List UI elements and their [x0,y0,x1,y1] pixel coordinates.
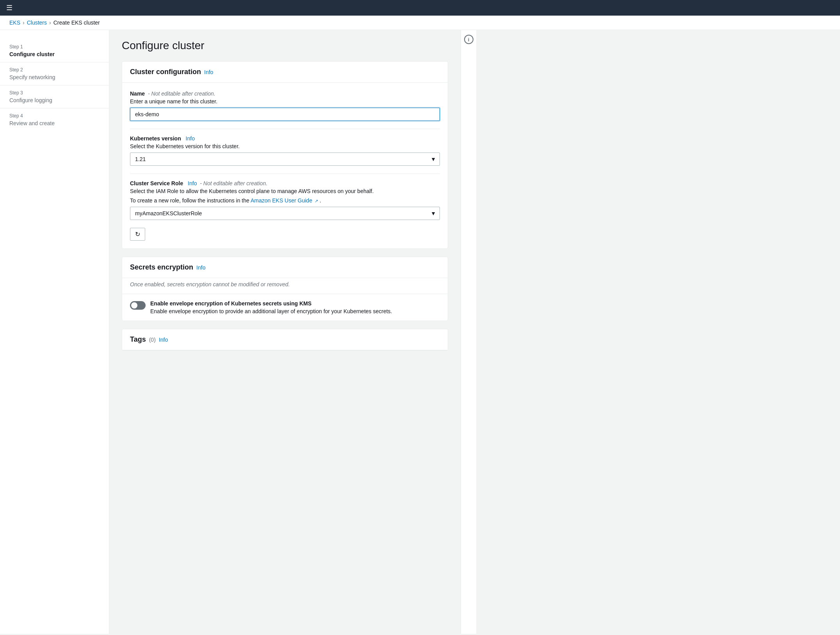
step-1-label: Step 1 [9,44,100,50]
toggle-slider [130,301,146,310]
page-title: Configure cluster [122,39,448,52]
sidebar-step-1[interactable]: Step 1 Configure cluster [0,39,109,62]
k8s-version-select[interactable]: 1.21 1.20 1.19 1.18 [130,153,440,166]
tags-count: (0) [149,337,156,343]
step-3-name: Configure logging [9,97,100,103]
k8s-version-label: Kubernetes version [130,135,181,142]
service-role-label-row: Cluster Service Role Info - Not editable… [130,180,440,186]
service-role-user-guide-link[interactable]: Amazon EKS User Guide ↗ [251,197,320,204]
breadcrumb-clusters-link[interactable]: Clusters [27,20,47,26]
toggle-content: Enable envelope encryption of Kubernetes… [150,300,392,314]
sidebar-step-2[interactable]: Step 2 Specify networking [0,62,109,85]
service-role-desc2-row: To create a new role, follow the instruc… [130,197,440,204]
service-role-select-wrapper: myAmazonEKSClusterRole ▼ [130,207,440,220]
secrets-encryption-title: Secrets encryption [130,263,193,271]
toggle-switch[interactable] [130,301,146,310]
step-4-label: Step 4 [9,113,100,119]
tags-card: Tags (0) Info [122,329,448,351]
cluster-config-title: Cluster configuration [130,68,201,76]
secrets-encryption-card: Secrets encryption Info Once enabled, se… [122,257,448,321]
sidebar: Step 1 Configure cluster Step 2 Specify … [0,30,109,634]
k8s-version-form-group: Kubernetes version Info Select the Kuber… [130,135,440,166]
service-role-note: - Not editable after creation. [200,180,267,186]
tags-header-inner: Tags (0) Info [130,335,168,344]
breadcrumb-eks-link[interactable]: EKS [9,20,20,26]
page-layout: Step 1 Configure cluster Step 2 Specify … [0,30,840,634]
name-note: - Not editable after creation. [148,90,215,97]
name-form-group: Name - Not editable after creation. Ente… [130,90,440,121]
service-role-desc1: Select the IAM Role to allow the Kuberne… [130,188,440,194]
cluster-config-info-link[interactable]: Info [204,69,213,75]
divider-2 [130,174,440,174]
sidebar-step-4[interactable]: Step 4 Review and create [0,108,109,131]
step-1-name: Configure cluster [9,51,100,57]
step-2-label: Step 2 [9,67,100,73]
tags-title: Tags [130,335,146,344]
secrets-encryption-subtitle: Once enabled, secrets encryption cannot … [122,278,448,294]
top-bar: ☰ [0,0,840,16]
step-2-name: Specify networking [9,74,100,80]
refresh-button[interactable]: ↻ [130,228,145,241]
k8s-version-select-wrapper: 1.21 1.20 1.19 1.18 ▼ [130,153,440,166]
service-role-label: Cluster Service Role [130,180,183,186]
sidebar-step-3[interactable]: Step 3 Configure logging [0,85,109,108]
main-content: Configure cluster Cluster configuration … [109,30,461,634]
service-role-select[interactable]: myAmazonEKSClusterRole [130,207,440,220]
cluster-name-input[interactable] [130,108,440,121]
name-label: Name [130,90,145,97]
cluster-config-body: Name - Not editable after creation. Ente… [122,83,448,248]
k8s-version-label-row: Kubernetes version Info [130,135,440,142]
breadcrumb-current: Create EKS cluster [53,20,100,26]
toggle-row: Enable envelope encryption of Kubernetes… [122,294,448,321]
secrets-encryption-info-link[interactable]: Info [196,264,205,271]
breadcrumb: EKS › Clusters › Create EKS cluster [0,16,840,30]
service-role-form-group: Cluster Service Role Info - Not editable… [130,180,440,220]
k8s-version-info-link[interactable]: Info [186,135,195,142]
right-panel: i [461,30,476,634]
step-4-name: Review and create [9,120,100,126]
divider-1 [130,129,440,129]
toggle-title: Enable envelope encryption of Kubernetes… [150,300,392,307]
cluster-config-header: Cluster configuration Info [122,62,448,83]
cluster-config-card: Cluster configuration Info Name - Not ed… [122,61,448,249]
step-3-label: Step 3 [9,90,100,96]
right-panel-info-icon[interactable]: i [464,35,473,44]
name-description: Enter a unique name for this cluster. [130,98,440,105]
tags-header: Tags (0) Info [122,329,448,350]
breadcrumb-sep-1: › [23,20,25,26]
service-role-period: . [320,197,321,204]
service-role-info-link[interactable]: Info [188,180,197,186]
external-link-icon: ↗ [315,199,318,203]
k8s-version-description: Select the Kubernetes version for this c… [130,143,440,149]
hamburger-icon[interactable]: ☰ [6,4,12,12]
refresh-icon: ↻ [135,231,140,238]
service-role-desc2-text: To create a new role, follow the instruc… [130,197,249,204]
tags-info-link[interactable]: Info [159,337,168,343]
toggle-desc: Enable envelope encryption to provide an… [150,308,392,314]
breadcrumb-sep-2: › [49,20,51,26]
name-label-row: Name - Not editable after creation. [130,90,440,97]
secrets-encryption-header: Secrets encryption Info [122,257,448,278]
